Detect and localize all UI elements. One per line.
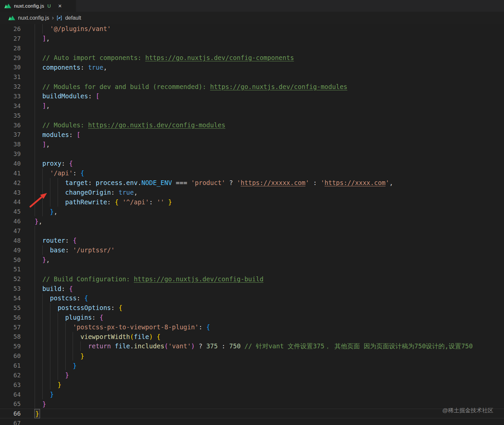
line-content[interactable]: [35, 111, 504, 120]
line-content[interactable]: proxy: {: [35, 159, 504, 168]
code-line[interactable]: 57'postcss-px-to-viewport-8-plugin': {: [0, 322, 504, 332]
line-content[interactable]: }: [35, 399, 504, 409]
line-content[interactable]: [35, 226, 504, 236]
line-content[interactable]: 'postcss-px-to-viewport-8-plugin': {: [35, 322, 504, 332]
line-content[interactable]: }: [35, 380, 504, 390]
breadcrumb-file[interactable]: nuxt.config.js: [18, 15, 49, 21]
code-line[interactable]: 61}: [0, 361, 504, 370]
code-token: components: [42, 64, 80, 71]
breadcrumb-symbol[interactable]: default: [65, 15, 81, 21]
line-content[interactable]: [35, 43, 504, 53]
line-content[interactable]: router: {: [35, 236, 504, 245]
line-content[interactable]: },: [35, 255, 504, 265]
code-line[interactable]: 48router: {: [0, 236, 504, 245]
code-token: }: [65, 371, 69, 379]
line-content[interactable]: components: true,: [35, 62, 504, 72]
indent-guide: [65, 332, 66, 342]
close-icon[interactable]: ×: [58, 3, 62, 9]
line-content[interactable]: [35, 264, 504, 274]
line-number: 67: [0, 420, 35, 425]
code-line[interactable]: 30components: true,: [0, 62, 504, 72]
code-line[interactable]: 37modules: [: [0, 130, 504, 139]
line-content[interactable]: ],: [35, 139, 504, 149]
code-line[interactable]: 31: [0, 72, 504, 82]
code-line[interactable]: 40proxy: {: [0, 159, 504, 168]
code-line[interactable]: 38],: [0, 139, 504, 149]
code-line[interactable]: 28: [0, 43, 504, 53]
indent-guide: [58, 188, 58, 197]
code-line[interactable]: 39: [0, 149, 504, 159]
line-content[interactable]: pathRewrite: { '^/api': '' }: [35, 197, 504, 207]
indent-guide: [50, 370, 50, 380]
line-content[interactable]: plugins: {: [35, 313, 504, 322]
indent-guide: [58, 322, 58, 332]
code-line[interactable]: 43changeOrigin: true,: [0, 188, 504, 197]
code-line[interactable]: 65}: [0, 399, 504, 409]
line-content[interactable]: target: process.env.NODE_ENV === 'produc…: [35, 178, 504, 188]
line-content[interactable]: [35, 72, 504, 82]
tab-nuxt-config[interactable]: nuxt.config.js U ×: [0, 0, 76, 12]
code-line[interactable]: 51: [0, 264, 504, 274]
code-line[interactable]: 29// Auto import components: https://go.…: [0, 53, 504, 63]
line-content[interactable]: build: {: [35, 284, 504, 293]
indent-guide: [35, 313, 35, 322]
code-line[interactable]: 27],: [0, 34, 504, 43]
code-line[interactable]: 41'/api': {: [0, 168, 504, 178]
code-line[interactable]: 44pathRewrite: { '^/api': '' }: [0, 197, 504, 207]
line-content[interactable]: // Auto import components: https://go.nu…: [35, 53, 504, 63]
line-content[interactable]: // Modules: https://go.nuxtjs.dev/config…: [35, 120, 504, 130]
code-line[interactable]: 36// Modules: https://go.nuxtjs.dev/conf…: [0, 120, 504, 130]
line-content[interactable]: [35, 418, 504, 425]
code-line[interactable]: 50},: [0, 255, 504, 265]
line-content[interactable]: buildModules: [: [35, 91, 504, 101]
code-line[interactable]: 63}: [0, 380, 504, 390]
code-line[interactable]: 34],: [0, 101, 504, 111]
line-content[interactable]: changeOrigin: true,: [35, 188, 504, 197]
code-line[interactable]: 35: [0, 111, 504, 120]
code-line[interactable]: 53build: {: [0, 284, 504, 293]
code-line[interactable]: 58viewportWidth(file) {: [0, 332, 504, 342]
line-content[interactable]: base: '/urptssr/': [35, 245, 504, 255]
code-line[interactable]: 33buildModules: [: [0, 91, 504, 101]
line-content[interactable]: ],: [35, 101, 504, 111]
line-content[interactable]: [35, 149, 504, 159]
code-line[interactable]: 42target: process.env.NODE_ENV === 'prod…: [0, 178, 504, 188]
code-line[interactable]: 67: [0, 418, 504, 425]
line-content[interactable]: return file.includes('vant') ? 375 : 750…: [35, 341, 504, 351]
indent-guide: [58, 313, 58, 322]
line-content[interactable]: }: [35, 370, 504, 380]
line-content[interactable]: viewportWidth(file) {: [35, 332, 504, 342]
code-line[interactable]: 26'@/plugins/vant': [0, 24, 504, 34]
code-area[interactable]: 26'@/plugins/vant'27],2829// Auto import…: [0, 24, 504, 425]
line-content[interactable]: },: [35, 216, 504, 226]
line-content[interactable]: },: [35, 207, 504, 216]
line-content[interactable]: '@/plugins/vant': [35, 24, 504, 34]
code-line[interactable]: 54postcss: {: [0, 293, 504, 303]
code-line[interactable]: 49base: '/urptssr/': [0, 245, 504, 255]
line-content[interactable]: }: [35, 361, 504, 370]
code-token: target: [65, 179, 88, 186]
line-content[interactable]: postcssOptions: {: [35, 303, 504, 313]
line-content[interactable]: }: [35, 390, 504, 399]
line-content[interactable]: }: [35, 409, 504, 418]
code-line[interactable]: 47: [0, 226, 504, 236]
code-line[interactable]: 56plugins: {: [0, 313, 504, 322]
line-content[interactable]: '/api': {: [35, 168, 504, 178]
code-line[interactable]: 60}: [0, 351, 504, 361]
code-line[interactable]: 66}: [0, 409, 504, 418]
line-content[interactable]: ],: [35, 34, 504, 43]
line-content[interactable]: modules: [: [35, 130, 504, 139]
code-line[interactable]: 64}: [0, 390, 504, 399]
code-token: buildModules: [42, 92, 88, 100]
code-line[interactable]: 55postcssOptions: {: [0, 303, 504, 313]
line-content[interactable]: // Modules for dev and build (recommende…: [35, 82, 504, 91]
line-content[interactable]: postcss: {: [35, 293, 504, 303]
code-line[interactable]: 46},: [0, 216, 504, 226]
code-line[interactable]: 45},: [0, 207, 504, 216]
code-line[interactable]: 52// Build Configuration: https://go.nux…: [0, 274, 504, 284]
line-content[interactable]: // Build Configuration: https://go.nuxtj…: [35, 274, 504, 284]
code-line[interactable]: 32// Modules for dev and build (recommen…: [0, 82, 504, 91]
code-line[interactable]: 62}: [0, 370, 504, 380]
code-line[interactable]: 59return file.includes('vant') ? 375 : 7…: [0, 341, 504, 351]
line-content[interactable]: }: [35, 351, 504, 361]
